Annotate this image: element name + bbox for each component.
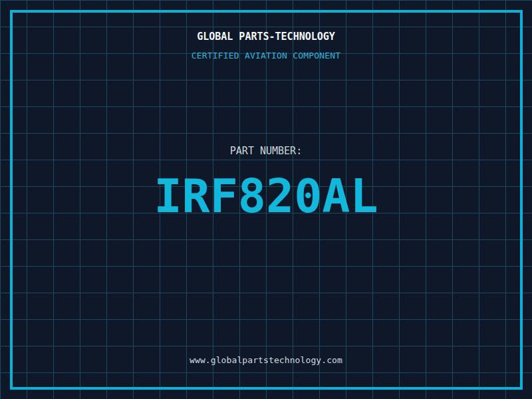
part-number-value: IRF820AL xyxy=(0,173,532,219)
part-certificate-card: GLOBAL PARTS-TECHNOLOGY CERTIFIED AVIATI… xyxy=(0,0,532,399)
certification-subtitle: CERTIFIED AVIATION COMPONENT xyxy=(0,51,532,60)
brand-title: GLOBAL PARTS-TECHNOLOGY xyxy=(0,32,532,42)
website-url: www.globalpartstechnology.com xyxy=(0,356,532,364)
part-number-label: PART NUMBER: xyxy=(0,146,532,156)
